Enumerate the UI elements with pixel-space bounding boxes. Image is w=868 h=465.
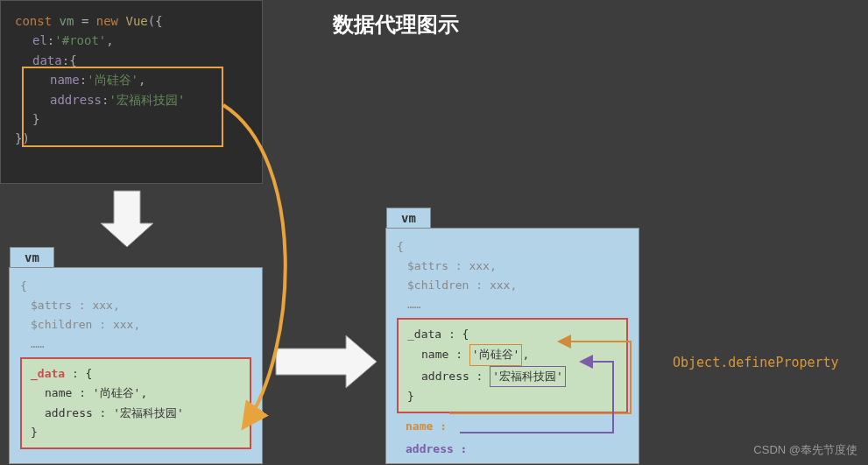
data-close: } [31,423,241,442]
object-text: Object [673,355,720,370]
code-keyword: const [15,14,52,28]
arrow-right-icon [276,335,377,388]
code-prop: data [32,53,62,67]
vm-box-right: vm { $attrs : xxx, $children : xxx, …… _… [385,228,639,464]
code-block: const vm = new Vue({ el:'#root', data:{ … [0,0,263,184]
data-addr-line: address : '宏福科技园' [31,404,241,423]
data-open: : { [441,328,469,341]
data-name-line: name : '尚硅谷', [31,384,241,403]
vm-dots: …… [20,335,251,354]
vm-box-left: vm { $attrs : xxx, $children : xxx, …… _… [9,267,263,464]
vm-dots: …… [397,295,628,314]
addr-key: address : [421,370,483,383]
name-value-highlight: '尚硅谷' [469,344,523,365]
proxy-addr-line: address : [397,440,628,459]
data-panel-right: _data : { name : '尚硅谷', address : '宏福科技园… [397,318,628,412]
code-string: '宏福科技园' [109,93,185,107]
diagram-title: 数据代理图示 [333,11,459,39]
vm-attrs: $attrs : xxx, [20,296,251,315]
data-key: _data [407,328,441,341]
code-variable: vm [60,14,74,28]
object-define-property: Object.defineProperty [673,355,839,370]
vm-tab: vm [386,208,431,228]
vm-brace: { [20,277,251,296]
code-prop: name [50,73,80,87]
code-keyword: new [96,14,118,28]
code-class: Vue [126,14,148,28]
vm-attrs: $attrs : xxx, [397,257,628,276]
data-panel-left: _data : { name : '尚硅谷', address : '宏福科技园… [20,357,251,448]
code-prop: address [50,93,102,107]
code-op: = [81,14,88,28]
method-text: defineProperty [728,355,838,370]
proxy-name-line: name : [397,417,628,436]
vm-children: $children : xxx, [397,276,628,295]
name-key: name : [421,348,462,361]
proxy-name-key: name : [406,419,447,433]
code-string: '尚硅谷' [87,73,138,87]
dot-text: . [720,355,728,370]
data-key: _data [31,367,65,380]
code-brace: :{ [62,53,77,67]
comma: , [522,348,529,361]
addr-value-highlight: '宏福科技园' [490,366,566,387]
data-close: } [407,387,617,406]
vm-tab: vm [10,247,54,267]
vm-children: $children : xxx, [20,315,251,335]
data-open: : { [65,367,92,380]
proxy-addr-key: address : [406,442,467,455]
code-brace: }) [15,131,30,145]
arrow-down-icon [101,191,153,247]
code-brace: ({ [148,14,163,28]
code-brace: } [32,112,39,126]
code-prop: el [32,33,47,47]
code-string: '#root' [54,33,106,47]
watermark: CSDN @奉先节度使 [753,442,857,458]
vm-brace: { [397,237,628,257]
